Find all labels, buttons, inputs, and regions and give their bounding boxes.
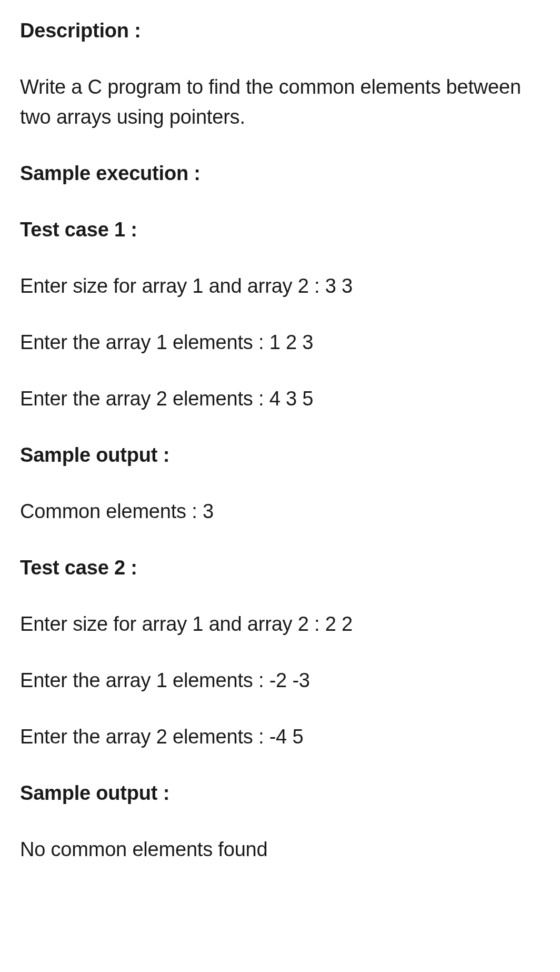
testcase-2-heading: Test case 2 :: [20, 553, 540, 583]
testcase-2-output-body: No common elements found: [20, 835, 540, 865]
testcase-1-size-line: Enter size for array 1 and array 2 : 3 3: [20, 271, 540, 301]
testcase-2-array2-line: Enter the array 2 elements : -4 5: [20, 722, 540, 752]
testcase-1-array2-line: Enter the array 2 elements : 4 3 5: [20, 384, 540, 414]
testcase-1-array1-line: Enter the array 1 elements : 1 2 3: [20, 328, 540, 358]
testcase-1-output-body: Common elements : 3: [20, 497, 540, 527]
testcase-2-array1-line: Enter the array 1 elements : -2 -3: [20, 666, 540, 696]
testcase-1-output-heading: Sample output :: [20, 440, 540, 470]
testcase-1-heading: Test case 1 :: [20, 215, 540, 245]
description-heading: Description :: [20, 16, 540, 46]
description-body: Write a C program to find the common ele…: [20, 72, 540, 132]
testcase-2-size-line: Enter size for array 1 and array 2 : 2 2: [20, 609, 540, 639]
testcase-2-output-heading: Sample output :: [20, 778, 540, 808]
sample-execution-heading: Sample execution :: [20, 158, 540, 189]
